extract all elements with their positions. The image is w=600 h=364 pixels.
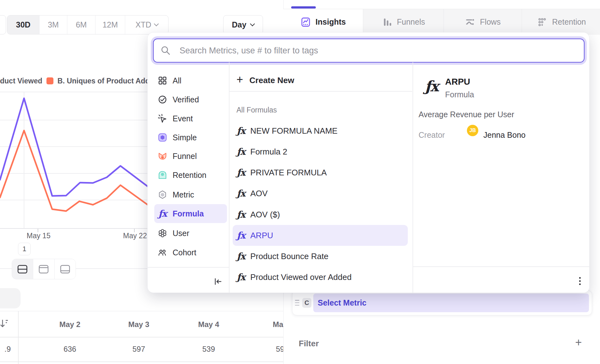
layout-table-view-button[interactable]	[54, 259, 76, 279]
formula-name: Product Viewed over Added	[250, 272, 352, 282]
create-new-divider	[229, 91, 412, 92]
breakdown-table: .9 May 2636May 3597May 4539May59	[0, 311, 283, 364]
layout-toggle-group	[12, 259, 76, 279]
x-axis-label: May 15	[16, 232, 61, 240]
date-range-button-partial[interactable]	[0, 15, 6, 34]
date-range-label: 3M	[48, 20, 59, 29]
search-icon	[161, 46, 171, 56]
category-item-formula[interactable]: ƒxFormula	[154, 204, 227, 223]
table-column-header[interactable]: May 3	[104, 320, 174, 329]
row-header-block-partial	[0, 288, 21, 308]
category-label: Verified	[173, 95, 199, 104]
detail-divider	[413, 62, 413, 293]
date-range-3m-button[interactable]: 3M	[39, 15, 67, 34]
tab-retention[interactable]: Retention	[522, 9, 600, 35]
date-range-30d-button[interactable]: 30D	[7, 15, 39, 34]
formula-item[interactable]: ƒxProduct Bounce Rate	[233, 246, 408, 267]
cohort-icon	[158, 248, 167, 257]
funnel-icon	[158, 151, 167, 161]
tab-insights[interactable]: Insights	[283, 9, 363, 35]
table-column-header[interactable]: May 2	[35, 320, 105, 329]
formula-item[interactable]: ƒxAOV ($)	[233, 204, 408, 225]
category-label: Metric	[173, 190, 194, 199]
tab-flows[interactable]: Flows	[444, 9, 522, 35]
chevron-down-icon	[250, 21, 255, 27]
formula-icon: ƒx	[237, 230, 245, 241]
simple-icon	[158, 133, 167, 142]
more-options-button[interactable]	[574, 275, 585, 287]
formula-item[interactable]: ƒxAOV	[233, 183, 408, 204]
tab-funnels[interactable]: Funnels	[363, 9, 444, 35]
formula-name: Formula 2	[250, 147, 287, 157]
legend-item[interactable]: duct Viewed	[0, 77, 42, 85]
create-new-button[interactable]: + Create New	[229, 70, 412, 91]
category-label: Funnel	[173, 152, 197, 161]
category-item-cohort[interactable]: Cohort	[154, 243, 227, 262]
sort-descending-icon[interactable]	[0, 319, 9, 328]
collapse-sidebar-button[interactable]	[212, 276, 223, 287]
metric-icon	[158, 190, 167, 199]
legend-swatch	[46, 77, 53, 84]
formulas-section-label: All Formulas	[236, 106, 277, 114]
formula-item[interactable]: ƒxNEW FORMULA NAME	[233, 120, 408, 141]
plus-icon: +	[236, 73, 243, 86]
category-item-metric[interactable]: Metric	[154, 185, 227, 204]
search-field-wrap	[153, 39, 585, 63]
category-label: All	[173, 76, 181, 85]
category-label: Cohort	[173, 248, 196, 257]
formula-item[interactable]: ƒxPRIVATE FORMULA	[233, 162, 408, 183]
detail-footer-divider	[413, 266, 589, 267]
select-metric-button[interactable]: Select Metric	[313, 294, 589, 312]
top-view-icon	[38, 264, 49, 274]
layout-split-view-button[interactable]	[12, 259, 33, 279]
category-label: Event	[173, 114, 193, 123]
date-range-6m-button[interactable]: 6M	[67, 15, 95, 34]
formula-icon: ƒx	[237, 146, 245, 157]
table-row-divider	[0, 361, 283, 362]
category-item-verified[interactable]: Verified	[154, 90, 227, 109]
formula-item[interactable]: ƒxFormula 2	[233, 141, 408, 162]
create-new-label: Create New	[249, 76, 294, 85]
category-item-event[interactable]: Event	[154, 109, 227, 128]
category-item-user[interactable]: User	[154, 224, 227, 243]
category-item-simple[interactable]: Simple	[154, 128, 227, 147]
collapse-left-icon	[213, 277, 223, 286]
category-item-all[interactable]: All	[154, 71, 227, 90]
chevron-down-icon	[154, 21, 159, 27]
insights-report-page: 30D3M6M12MXTD Day InsightsFunnelsFlowsRe…	[0, 0, 600, 364]
category-label: Simple	[173, 133, 197, 142]
add-filter-button[interactable]: +	[572, 336, 585, 349]
formula-item[interactable]: ƒxProduct Viewed over Added	[233, 267, 408, 288]
table-column-header[interactable]: May	[245, 320, 283, 329]
tab-label: Retention	[552, 17, 586, 27]
formula-item[interactable]: ƒxARPU	[233, 225, 408, 246]
search-metrics-input[interactable]	[153, 39, 585, 63]
date-range-xtd-button[interactable]: XTD	[125, 15, 168, 34]
insights-icon	[300, 17, 311, 27]
layout-chart-view-button[interactable]	[33, 259, 54, 279]
formula-icon: ƒx	[237, 209, 245, 220]
category-item-retention[interactable]: Retention	[154, 166, 227, 185]
category-item-funnel[interactable]: Funnel	[154, 147, 227, 166]
date-range-segmented-control: 30D3M6M12MXTD	[7, 15, 168, 34]
granularity-dropdown[interactable]: Day	[223, 15, 263, 34]
tab-label: Funnels	[397, 17, 425, 27]
retention-icon	[158, 170, 167, 180]
date-range-12m-button[interactable]: 12M	[95, 15, 125, 34]
funnels-icon	[382, 17, 393, 27]
formula-icon: ƒx	[237, 272, 245, 282]
grid-icon	[158, 76, 167, 85]
table-column-header[interactable]: May 4	[174, 320, 243, 329]
tab-label: Insights	[315, 17, 346, 27]
legend-item[interactable]: B. Uniques of Product Add	[58, 77, 148, 85]
drag-handle-icon[interactable]	[295, 300, 299, 306]
sidebar-divider	[229, 62, 230, 293]
detail-description: Average Revenue per User	[419, 110, 514, 119]
formula-name: NEW FORMULA NAME	[250, 126, 338, 136]
metric-row-letter-badge: C	[302, 298, 311, 308]
date-range-label: 6M	[76, 20, 87, 29]
series-line-B	[0, 130, 148, 211]
chart-legend: duct ViewedB. Uniques of Product Add	[0, 76, 148, 86]
pagination-page-button[interactable]: 1	[18, 243, 31, 255]
date-range-label: 12M	[102, 20, 118, 29]
